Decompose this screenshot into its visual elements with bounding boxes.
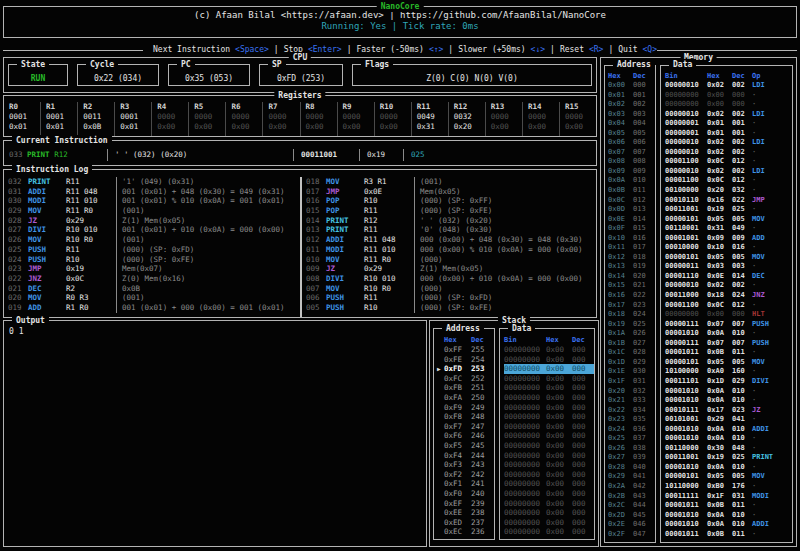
memory-value-bin: 10100000 <box>665 367 707 377</box>
memory-address-row: 0x01 001 <box>608 91 655 101</box>
memory-addr-dec: 021 <box>633 281 653 291</box>
memory-value-hex: 0x0A <box>707 434 732 444</box>
stack-addr-hex: 0xED <box>444 518 471 528</box>
memory-data-row: 00001011 0x0B 011 · <box>665 501 792 511</box>
memory-data-rows: 00000010 0x02 002 LDI 00000000 0x00 000 … <box>665 81 792 539</box>
memory-opcode: · <box>752 463 792 473</box>
ci-hex: 0x19 <box>359 149 403 161</box>
ci-group: 033 PRINT R12 <box>4 150 107 159</box>
menu-item[interactable]: |Quit<Q> <box>603 44 657 56</box>
memory-addr-hex: 0x22 <box>608 406 633 416</box>
registers-panel-title: Registers <box>274 90 325 101</box>
ci-detail: ' ' (032) (0x20) <box>107 149 293 161</box>
memory-value-hex: 0x1D <box>707 377 732 387</box>
memory-opcode: · <box>752 396 792 406</box>
memory-address-row: 0x23 035 <box>608 415 655 425</box>
stack-value-hex: 0x00 <box>546 508 572 518</box>
register-cell: R12 0032 0x20 <box>449 102 486 136</box>
log-operands: R10 <box>66 255 116 265</box>
memory-addr-hex: 0x07 <box>608 148 633 158</box>
memory-addr-hex: 0x1C <box>608 348 633 358</box>
log-row: 017 JMP 0x0E Mem(0x05) <box>302 187 596 197</box>
memory-addr-dec: 015 <box>633 224 653 234</box>
stack-value-hex: 0x00 <box>546 479 572 489</box>
log-row: 007 MOV R10 R0 (000) <box>302 284 596 294</box>
log-row: 014 PRINT R12 ' ' (032) (0x20) <box>302 216 596 226</box>
register-cell: R10 0000 0x00 <box>375 102 412 136</box>
memory-value-hex: 0x05 <box>707 472 732 482</box>
log-row: 028 JZ 0x29 Z(1) Mem(0x05) <box>4 216 300 226</box>
menu-item[interactable]: |Slower (+50ms)<↓> <box>443 44 545 56</box>
memory-addr-dec: 039 <box>633 453 653 463</box>
stack-pointer-icon <box>437 479 444 489</box>
log-index: 028 <box>4 216 28 226</box>
memory-value-dec: 012 <box>732 176 752 186</box>
menu-item[interactable]: Next Instruction<Space> <box>143 44 269 56</box>
flags-label: Flags <box>361 59 393 70</box>
log-mnemonic: JMP <box>326 187 364 197</box>
memory-data-row: 00000000 0x00 000 · <box>665 91 792 101</box>
memory-opcode: JMP <box>752 196 792 206</box>
stack-pointer-icon <box>437 451 444 461</box>
stack-value-hex: 0x00 <box>546 489 572 499</box>
memory-dec-header: Dec <box>633 71 653 81</box>
stack-data-box: Data BinHexDec 00000000 0x00 000 0000000… <box>499 328 595 540</box>
memory-value-dec: 001 <box>732 129 752 139</box>
memory-value-dec: 002 <box>732 81 752 91</box>
stack-addr-hex: 0xFE <box>444 355 471 365</box>
log-row: 016 POP R10 (000) (SP: 0xFF) <box>302 196 596 206</box>
stack-addr-hex: 0xFA <box>444 393 471 403</box>
memory-value-bin: 00000010 <box>665 81 707 91</box>
menu-item[interactable]: |Faster (-50ms)<↑> <box>342 44 444 56</box>
log-row: 012 ADDI R11 048 000 (0x00) + 048 (0x30)… <box>302 235 596 245</box>
memory-addr-hex: 0x0D <box>608 205 633 215</box>
memory-addr-hex: 0x11 <box>608 243 633 253</box>
log-operands: 0x19 <box>66 264 116 274</box>
register-name: R15 <box>565 102 596 112</box>
stack-address-row: 0xF5 245 <box>437 441 494 451</box>
memory-value-dec: 025 <box>732 205 752 215</box>
menu-bar: Next Instruction<Space>|Stop<Enter>|Fast… <box>3 44 797 56</box>
menu-item-label: Slower (+50ms) <box>458 44 525 56</box>
nanocore-terminal: NanoCore (c) Afaan Bilal <https://afaan.… <box>0 0 800 551</box>
menu-item[interactable]: |Reset<R> <box>545 44 603 56</box>
memory-opcode: DEC <box>752 272 792 282</box>
memory-opcode: · <box>752 186 792 196</box>
memory-opcode: MOV <box>752 358 792 368</box>
memory-addr-dec: 028 <box>633 348 653 358</box>
memory-data-row: 00110000 0x30 048 · <box>665 444 792 454</box>
log-detail: Mem(0x05) <box>414 187 596 197</box>
memory-address-row: 0x25 037 <box>608 434 655 444</box>
memory-data-row: 00001010 0x0A 010 · <box>665 434 792 444</box>
memory-data-row: 00000010 0x02 002 · <box>665 281 792 291</box>
memory-value-bin: 00001011 <box>665 348 707 358</box>
log-detail: 000 (0x00) % 010 (0x0A) = 000 (0x00) <box>414 245 596 255</box>
memory-data-row: 00011000 0x18 024 JNZ <box>665 291 792 301</box>
memory-value-hex: 0x00 <box>707 91 732 101</box>
memory-data-row: 00001001 0x09 009 ADD <box>665 234 792 244</box>
stack-addr-hex: 0xF4 <box>444 451 471 461</box>
stack-value-bin: 00000000 <box>504 355 546 365</box>
log-index: 021 <box>4 284 28 294</box>
memory-addr-hex: 0x0A <box>608 176 633 186</box>
memory-opcode: · <box>752 434 792 444</box>
log-operands: R10 <box>364 303 414 313</box>
memory-address-row: 0x02 002 <box>608 100 655 110</box>
log-detail: '0' (048) (0x30) <box>414 225 596 235</box>
log-operands: R0 R3 <box>66 293 116 303</box>
memory-address-title: Address <box>613 59 655 70</box>
stack-addr-dec: 254 <box>471 355 493 365</box>
log-mnemonic: MOV <box>28 206 66 216</box>
stack-addr-hex: 0xFF <box>444 345 471 355</box>
log-row: 015 POP R11 (000) (SP: 0xFE) <box>302 206 596 216</box>
register-dec: 0000 <box>528 112 559 122</box>
stack-data-row: 00000000 0x00 000 <box>504 460 594 470</box>
log-row: 022 JNZ 0x0C Z(0) Mem(0x16) <box>4 274 300 284</box>
memory-opcode: · <box>752 224 792 234</box>
memory-value-bin: 00011101 <box>665 377 707 387</box>
memory-value-dec: 041 <box>732 415 752 425</box>
log-index: 018 <box>302 177 326 187</box>
stack-dec-header: Dec <box>471 335 493 345</box>
memory-value-dec: 012 <box>732 157 752 167</box>
register-dec: 0000 <box>231 112 262 122</box>
